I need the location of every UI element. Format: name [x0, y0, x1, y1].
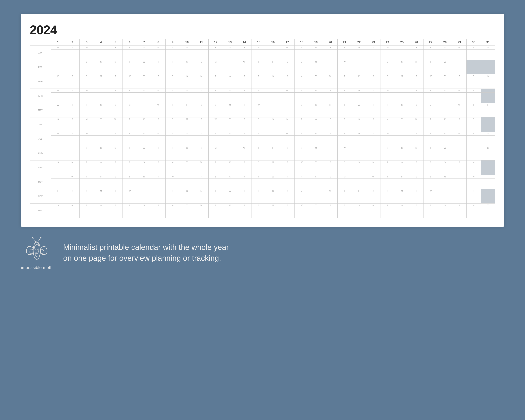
day-cell: [137, 64, 151, 74]
day-num-header: 31: [481, 39, 495, 46]
day-of-week-cell: S: [338, 160, 352, 164]
day-of-week-cell: F: [108, 89, 122, 93]
day-cell: [438, 150, 452, 160]
day-cell: [94, 150, 108, 160]
day-cell: [108, 207, 122, 218]
day-of-week-cell: M: [395, 189, 409, 193]
day-cell: [466, 136, 481, 146]
day-num-header: 29: [452, 39, 466, 46]
day-of-week-cell: T: [122, 146, 137, 150]
day-cell: [338, 93, 352, 103]
day-cell: [166, 136, 180, 146]
day-of-week-cell: W: [137, 146, 151, 150]
day-of-week-cell: M: [137, 175, 151, 179]
day-of-week-cell: S: [438, 89, 452, 93]
day-cell: [452, 179, 466, 189]
day-of-week-cell: [481, 117, 495, 121]
day-cell: [366, 64, 380, 74]
day-cell: [122, 164, 137, 175]
day-of-week-cell: F: [280, 103, 295, 107]
day-of-week-cell: F: [94, 175, 108, 179]
day-cell: [223, 207, 237, 218]
day-cell: [266, 49, 280, 60]
day-cell: [266, 164, 280, 175]
tagline: Minimalist printable calendar with the w…: [63, 242, 504, 263]
day-cell: [266, 107, 280, 117]
day-cell: [166, 93, 180, 103]
day-cell: [466, 64, 481, 74]
svg-line-1: [33, 238, 36, 242]
day-cell: [481, 64, 495, 74]
day-cell: [438, 64, 452, 74]
day-cell: [122, 107, 137, 117]
day-of-week-cell: F: [266, 60, 280, 64]
day-cell: [180, 64, 194, 74]
day-of-week-cell: S: [151, 117, 166, 121]
day-of-week-cell: [481, 60, 495, 64]
day-cell: [295, 207, 309, 218]
day-cell: [79, 107, 94, 117]
day-cell: [108, 193, 122, 204]
svg-line-3: [38, 238, 41, 242]
day-of-week-cell: T: [423, 117, 438, 121]
day-cell: [338, 136, 352, 146]
day-cell: [452, 107, 466, 117]
day-of-week-cell: M: [352, 132, 366, 136]
day-cell: [151, 179, 166, 189]
day-of-week-cell: T: [309, 204, 323, 207]
day-of-week-cell: T: [166, 103, 180, 107]
day-cell: [51, 164, 65, 175]
day-cell: [151, 107, 166, 117]
day-of-week-cell: M: [252, 46, 266, 49]
day-of-week-cell: F: [237, 117, 252, 121]
month-label: DEC: [30, 204, 51, 218]
day-of-week-cell: T: [409, 189, 423, 193]
day-cell: [151, 49, 166, 60]
day-cell: [65, 207, 79, 218]
day-cell: [366, 107, 380, 117]
day-of-week-cell: S: [280, 60, 295, 64]
day-of-week-cell: S: [309, 103, 323, 107]
day-cell: [338, 179, 352, 189]
day-cell: [481, 193, 495, 204]
day-of-week-cell: T: [380, 175, 395, 179]
day-cell: [79, 164, 94, 175]
day-of-week-cell: F: [366, 146, 380, 150]
day-cell: [51, 179, 65, 189]
day-of-week-cell: M: [151, 89, 166, 93]
day-of-week-cell: T: [223, 60, 237, 64]
day-cell: [108, 78, 122, 89]
day-of-week-cell: M: [409, 146, 423, 150]
day-of-week-cell: S: [466, 117, 481, 121]
day-of-week-cell: T: [438, 103, 452, 107]
day-of-week-cell: T: [380, 204, 395, 207]
day-of-week-cell: T: [223, 146, 237, 150]
day-of-week-cell: S: [295, 103, 309, 107]
day-cell: [409, 49, 423, 60]
day-of-week-cell: W: [208, 117, 223, 121]
day-of-week-cell: S: [180, 189, 194, 193]
day-of-week-cell: F: [423, 160, 438, 164]
day-cell: [438, 164, 452, 175]
day-cell: [423, 179, 438, 189]
day-of-week-cell: M: [323, 103, 338, 107]
day-cell: [166, 179, 180, 189]
day-cell: [151, 207, 166, 218]
day-of-week-cell: T: [180, 160, 194, 164]
day-of-week-cell: T: [338, 74, 352, 78]
day-of-week-cell: W: [79, 89, 94, 93]
day-of-week-cell: W: [481, 46, 495, 49]
moth-icon: [23, 235, 51, 263]
year-title: 2024: [30, 23, 495, 37]
day-cell: [237, 78, 252, 89]
day-cell: [352, 49, 366, 60]
day-cell: [108, 136, 122, 146]
day-num-header: 24: [380, 39, 395, 46]
day-cell: [352, 107, 366, 117]
day-of-week-cell: M: [65, 204, 79, 207]
day-of-week-cell: M: [395, 74, 409, 78]
day-num-header: 7: [137, 39, 151, 46]
day-cell: [180, 78, 194, 89]
day-cell: [79, 49, 94, 60]
day-of-week-cell: M: [280, 117, 295, 121]
